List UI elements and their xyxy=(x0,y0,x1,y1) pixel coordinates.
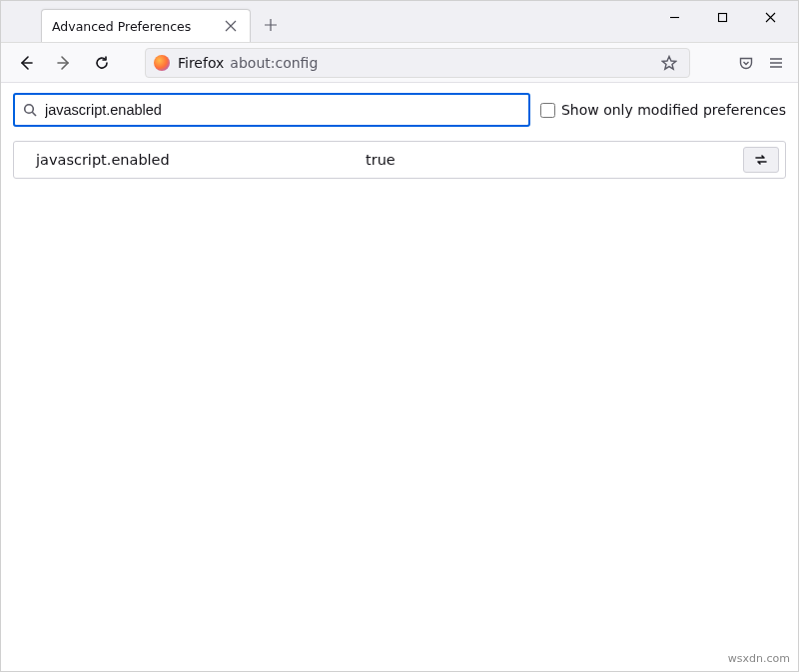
close-icon xyxy=(225,20,237,32)
app-menu-button[interactable] xyxy=(764,51,788,75)
toggle-pref-button[interactable] xyxy=(743,147,779,173)
url-brand: Firefox xyxy=(178,55,224,71)
navigation-toolbar: Firefox about:config xyxy=(1,43,798,83)
reload-button[interactable] xyxy=(87,48,117,78)
close-icon xyxy=(765,12,776,23)
url-path: about:config xyxy=(230,55,318,71)
search-icon xyxy=(23,103,37,117)
window-controls xyxy=(652,1,792,33)
pocket-button[interactable] xyxy=(734,51,758,75)
arrow-right-icon xyxy=(56,55,72,71)
search-row: Show only modified preferences xyxy=(13,93,786,127)
new-tab-button[interactable] xyxy=(257,11,285,39)
aboutconfig-content: Show only modified preferences javascrip… xyxy=(1,83,798,189)
firefox-logo-icon xyxy=(154,55,170,71)
search-box[interactable] xyxy=(13,93,530,127)
pref-row[interactable]: javascript.enabled true xyxy=(13,141,786,179)
pref-value: true xyxy=(366,152,743,168)
window-minimize-button[interactable] xyxy=(652,1,696,33)
arrow-left-icon xyxy=(18,55,34,71)
show-modified-checkbox[interactable] xyxy=(540,103,555,118)
minimize-icon xyxy=(669,12,680,23)
forward-button[interactable] xyxy=(49,48,79,78)
maximize-icon xyxy=(717,12,728,23)
svg-point-1 xyxy=(25,105,34,114)
window-close-button[interactable] xyxy=(748,1,792,33)
back-button[interactable] xyxy=(11,48,41,78)
tab-title: Advanced Preferences xyxy=(52,19,214,34)
show-modified-filter[interactable]: Show only modified preferences xyxy=(540,102,786,118)
toggle-icon xyxy=(753,152,769,168)
titlebar: Advanced Preferences xyxy=(1,1,798,43)
bookmark-button[interactable] xyxy=(657,51,681,75)
star-icon xyxy=(661,55,677,71)
window-maximize-button[interactable] xyxy=(700,1,744,33)
svg-rect-0 xyxy=(718,13,726,21)
watermark: wsxdn.com xyxy=(728,652,790,665)
pocket-icon xyxy=(738,55,754,71)
browser-tab[interactable]: Advanced Preferences xyxy=(41,9,251,42)
url-bar[interactable]: Firefox about:config xyxy=(145,48,690,78)
show-modified-label: Show only modified preferences xyxy=(561,102,786,118)
hamburger-icon xyxy=(768,55,784,71)
close-tab-button[interactable] xyxy=(222,17,240,35)
plus-icon xyxy=(264,18,278,32)
pref-name: javascript.enabled xyxy=(36,152,366,168)
reload-icon xyxy=(94,55,110,71)
search-input[interactable] xyxy=(45,102,520,118)
url-text: Firefox about:config xyxy=(178,55,318,71)
